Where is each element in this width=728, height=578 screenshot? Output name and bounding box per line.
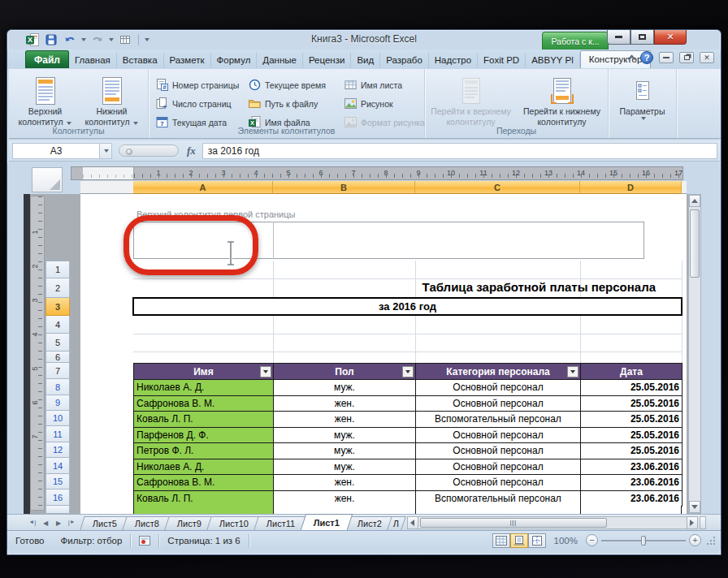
table-title[interactable]: Таблица заработной платы персонала <box>422 280 656 294</box>
page-number-button[interactable]: #Номер страницы <box>155 75 246 94</box>
table-cell[interactable]: 23.06.2016 <box>581 475 682 491</box>
column-header-cell[interactable]: Дата <box>581 364 682 380</box>
horizontal-scrollbar-thumb[interactable] <box>420 518 607 528</box>
table-cell[interactable]: 23.06.2016 <box>581 459 682 475</box>
scroll-down-icon[interactable] <box>689 501 700 513</box>
file-tab[interactable]: Файл <box>25 50 69 68</box>
row-header[interactable]: 12 <box>46 442 70 458</box>
zoom-in-icon[interactable]: + <box>689 534 701 546</box>
table-cell[interactable]: Основной персонал <box>416 443 581 459</box>
ribbon-tab[interactable]: Главная <box>69 53 117 68</box>
column-header[interactable]: C <box>415 181 580 194</box>
formula-bar-collapse-handle[interactable] <box>119 144 179 157</box>
undo-icon[interactable] <box>63 32 77 47</box>
table-cell[interactable]: 25.05.2016 <box>581 380 682 396</box>
table-icon[interactable] <box>118 32 132 47</box>
table-cell[interactable]: Коваль Л. П. <box>134 412 274 428</box>
table-cell[interactable]: 25.05.2016 <box>581 427 682 443</box>
filter-dropdown-icon[interactable] <box>402 366 414 377</box>
row-header[interactable]: 16 <box>46 490 70 506</box>
picture-button[interactable]: Рисунок <box>344 94 428 113</box>
ribbon-tab[interactable]: Формул <box>211 53 258 68</box>
row-header[interactable]: 14 <box>46 458 70 474</box>
row-header[interactable]: 7 <box>46 363 70 379</box>
column-header[interactable]: A <box>133 181 273 194</box>
minimize-button[interactable] <box>607 30 630 45</box>
table-cell[interactable]: Основной персонал <box>416 459 581 475</box>
select-all-corner[interactable] <box>32 167 63 192</box>
help-icon[interactable]: ? <box>640 51 653 64</box>
row-header[interactable]: 15 <box>46 474 70 490</box>
scroll-right-icon[interactable] <box>687 516 698 529</box>
page-break-view-icon[interactable] <box>528 533 546 548</box>
row-header[interactable]: 6 <box>46 352 70 363</box>
table-cell[interactable]: Основной персонал <box>416 380 581 396</box>
page-layout-view-icon[interactable] <box>510 533 528 548</box>
vertical-scrollbar-thumb[interactable] <box>690 209 700 278</box>
column-header-cell[interactable]: Категория персонала <box>416 364 581 380</box>
table-cell[interactable]: Петров Ф. Л. <box>134 443 274 459</box>
table-cell[interactable]: Коваль Л. П. <box>134 490 274 507</box>
macro-record-icon[interactable] <box>139 536 150 546</box>
maximize-button[interactable] <box>630 30 654 45</box>
column-header[interactable]: D <box>580 181 682 194</box>
table-cell[interactable]: жен. <box>274 475 416 491</box>
scroll-up-icon[interactable] <box>689 195 700 207</box>
insert-function-icon[interactable]: fx <box>185 144 202 157</box>
current-time-button[interactable]: Текущее время <box>248 75 342 94</box>
ribbon-tab[interactable]: Foxit PD <box>478 53 526 68</box>
table-cell[interactable]: Основной персонал <box>416 475 581 491</box>
row-header[interactable]: 10 <box>46 411 70 426</box>
column-header-cell[interactable]: Имя <box>134 364 274 380</box>
table-cell[interactable]: муж. <box>274 380 416 396</box>
excel-app-icon[interactable]: X <box>25 32 40 47</box>
sheet-tab[interactable]: Лист1 <box>300 514 353 530</box>
options-button[interactable]: Параметры <box>611 72 674 138</box>
next-sheet-icon[interactable]: ▶ <box>53 517 64 528</box>
table-cell[interactable]: муж. <box>274 443 416 459</box>
row-header[interactable]: 1 <box>46 261 70 278</box>
table-cell[interactable]: Парфенов Д. Ф. <box>134 427 274 443</box>
table-cell[interactable]: жен. <box>274 395 416 412</box>
zoom-track[interactable] <box>601 540 686 541</box>
table-cell[interactable]: Основной персонал <box>416 395 581 412</box>
redo-dropdown-icon[interactable] <box>109 38 114 41</box>
row-header[interactable]: 11 <box>46 426 70 442</box>
scroll-left-icon[interactable] <box>407 516 418 529</box>
qat-more-icon[interactable] <box>145 38 150 41</box>
name-box[interactable]: A3 <box>12 143 100 159</box>
last-sheet-icon[interactable]: |⯈ <box>66 517 77 528</box>
filter-dropdown-icon[interactable] <box>567 366 578 377</box>
vertical-scrollbar[interactable] <box>688 194 701 514</box>
filter-dropdown-icon[interactable] <box>260 366 271 377</box>
table-cell[interactable]: жен. <box>274 412 416 428</box>
ribbon-tab[interactable]: Вставка <box>117 53 164 68</box>
column-header[interactable]: B <box>273 181 415 194</box>
prev-sheet-icon[interactable]: ◀ <box>40 517 51 528</box>
table-cell[interactable]: муж. <box>274 459 416 475</box>
ribbon-tab[interactable]: Разметк <box>164 53 211 68</box>
page-count-button[interactable]: +Число страниц <box>155 94 246 113</box>
normal-view-icon[interactable] <box>492 533 510 548</box>
horizontal-scrollbar[interactable] <box>407 516 706 529</box>
contextual-tab-group-label[interactable]: Работа с к... <box>542 32 609 50</box>
table-cell[interactable]: Вспомогательный персонал <box>416 490 581 507</box>
save-icon[interactable] <box>44 32 58 47</box>
row-header[interactable]: 5 <box>46 334 70 352</box>
table-cell[interactable]: жен. <box>274 490 416 507</box>
file-path-button[interactable]: Путь к файлу <box>248 94 342 113</box>
table-cell[interactable]: муж. <box>274 427 416 443</box>
workbook-minimize-button[interactable] <box>659 52 674 63</box>
table-cell[interactable]: Сафронова В. М. <box>134 475 274 491</box>
first-sheet-icon[interactable]: ⯇| <box>27 517 38 528</box>
column-header-cell[interactable]: Пол <box>274 364 416 380</box>
close-button[interactable]: ✕ <box>654 30 687 45</box>
table-cell[interactable]: 25.05.2016 <box>581 412 682 428</box>
zoom-level[interactable]: 100% <box>551 536 581 546</box>
workbook-restore-button[interactable] <box>679 52 694 63</box>
row-header[interactable]: 3 <box>46 298 70 316</box>
name-box-dropdown-icon[interactable] <box>100 143 112 159</box>
table-cell[interactable]: Николаев А. Д. <box>134 380 274 396</box>
formula-input[interactable]: за 2016 год <box>202 143 717 159</box>
ribbon-tab[interactable]: ABBYY Pl <box>526 53 580 68</box>
